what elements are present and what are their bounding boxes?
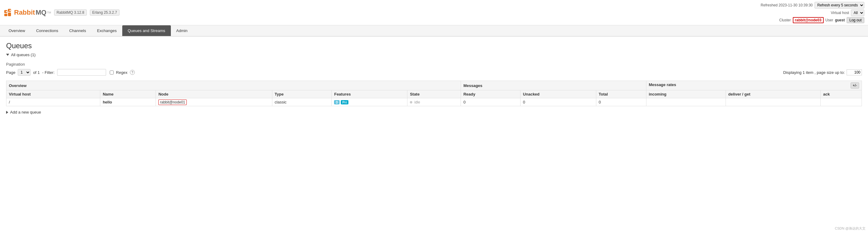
refreshed-label: Refreshed 2023-11-30 10:39:30 — [761, 3, 813, 7]
col-name: Name — [100, 90, 156, 98]
nav-admin[interactable]: Admin — [171, 25, 193, 36]
col-incoming: incoming — [646, 90, 725, 98]
all-queues-toggle[interactable]: All queues (1) — [6, 53, 862, 57]
cluster-label: Cluster — [779, 18, 791, 22]
node-value: rabbit@node01 — [158, 100, 186, 105]
col-features: Features — [332, 90, 407, 98]
queue-table: Overview Messages Message rates +/- Virt… — [6, 80, 862, 106]
cell-ack — [820, 98, 862, 106]
svg-rect-2 — [4, 14, 7, 16]
cell-incoming — [646, 98, 725, 106]
top-bar: RabbitMQTM RabbitMQ 3.12.8 Erlang 25.3.2… — [0, 0, 868, 25]
cell-type: classic — [272, 98, 332, 106]
table-row: / hello rabbit@node01 classic D Pri idle… — [6, 98, 862, 106]
vhost-row: Virtual host All / — [831, 9, 864, 16]
col-deliver-get: deliver / get — [725, 90, 820, 98]
overview-header: Overview — [6, 81, 461, 90]
page-content: Queues All queues (1) Pagination Page 1 … — [0, 37, 868, 119]
col-type: Type — [272, 90, 332, 98]
pagination-row: Page 1 of 1 - Filter: Regex ? Displaying… — [6, 69, 862, 76]
add-queue-toggle[interactable]: Add a new queue — [6, 110, 862, 114]
nav-overview[interactable]: Overview — [3, 25, 31, 36]
of-label: of 1 — [33, 70, 40, 75]
filter-label: - Filter: — [42, 70, 54, 75]
messages-header: Messages — [461, 81, 646, 90]
feature-badge-d: D — [334, 100, 340, 104]
nav-exchanges[interactable]: Exchanges — [91, 25, 122, 36]
logo-tm-text: TM — [47, 11, 51, 14]
add-queue-label: Add a new queue — [10, 110, 41, 114]
col-ack: ack — [820, 90, 862, 98]
vhost-select[interactable]: All / — [851, 9, 864, 16]
col-node: Node — [156, 90, 272, 98]
rabbitmq-version-badge: RabbitMQ 3.12.8 — [54, 9, 87, 15]
logout-button[interactable]: Log out — [847, 17, 864, 23]
cell-total: 0 — [596, 98, 646, 106]
vhost-label: Virtual host — [831, 11, 849, 15]
regex-help-icon[interactable]: ? — [130, 70, 135, 75]
plus-minus-button[interactable]: +/- — [850, 82, 859, 89]
page-label: Page — [6, 70, 15, 75]
refresh-row: Refreshed 2023-11-30 10:39:30 Refresh ev… — [761, 2, 864, 8]
filter-input[interactable] — [57, 69, 106, 76]
col-ready: Ready — [461, 90, 521, 98]
user-label: User — [826, 18, 833, 22]
svg-rect-4 — [6, 11, 7, 12]
displaying-label: Displaying 1 item , page size up to: — [783, 70, 845, 75]
page-size-input[interactable] — [847, 69, 862, 75]
cluster-value: rabbit@node03 — [793, 17, 824, 23]
toggle-triangle-icon — [6, 54, 9, 56]
state-dot-icon — [410, 101, 412, 103]
page-select[interactable]: 1 — [18, 69, 31, 76]
cell-features: D Pri — [332, 98, 407, 106]
page-title: Queues — [6, 41, 862, 50]
cell-ready: 0 — [461, 98, 521, 106]
regex-label: Regex — [116, 70, 128, 75]
feature-badge-pri: Pri — [341, 100, 348, 104]
cluster-row: Cluster rabbit@node03 User guest Log out — [779, 17, 864, 23]
col-state: State — [407, 90, 461, 98]
pagination-section-label: Pagination — [6, 62, 862, 67]
cell-state: idle — [407, 98, 461, 106]
user-value: guest — [835, 18, 845, 22]
col-virtual-host: Virtual host — [6, 90, 100, 98]
logo-rabbit-text: Rabbit — [14, 8, 35, 16]
message-rates-header: Message rates +/- — [646, 81, 862, 90]
logo: RabbitMQTM — [4, 8, 51, 18]
logo-area: RabbitMQTM RabbitMQ 3.12.8 Erlang 25.3.2… — [4, 8, 761, 18]
nav-channels[interactable]: Channels — [64, 25, 91, 36]
regex-checkbox[interactable] — [110, 70, 114, 74]
logo-mq-text: MQ — [35, 8, 46, 16]
cell-deliver-get — [725, 98, 820, 106]
nav-bar: Overview Connections Channels Exchanges … — [0, 25, 868, 37]
all-queues-label: All queues (1) — [11, 53, 35, 57]
cell-virtual-host: / — [6, 98, 100, 106]
nav-connections[interactable]: Connections — [31, 25, 64, 36]
col-total: Total — [596, 90, 646, 98]
state-label: idle — [414, 100, 420, 104]
add-queue-triangle-icon — [6, 111, 8, 114]
display-info: Displaying 1 item , page size up to: — [783, 69, 862, 75]
svg-rect-5 — [9, 10, 11, 11]
add-queue-row: Add a new queue — [6, 110, 862, 114]
cell-unacked: 0 — [521, 98, 596, 106]
cell-name[interactable]: hello — [100, 98, 156, 106]
refresh-select[interactable]: Refresh every 5 seconds Every 10 seconds… — [814, 2, 864, 8]
nav-queues-and-streams[interactable]: Queues and Streams — [122, 25, 171, 36]
col-unacked: Unacked — [521, 90, 596, 98]
svg-rect-3 — [8, 12, 11, 16]
top-right-controls: Refreshed 2023-11-30 10:39:30 Refresh ev… — [761, 2, 864, 23]
erlang-version-badge: Erlang 25.3.2.7 — [90, 9, 120, 15]
rabbitmq-logo-icon — [4, 8, 13, 18]
cell-node: rabbit@node01 — [156, 98, 272, 106]
